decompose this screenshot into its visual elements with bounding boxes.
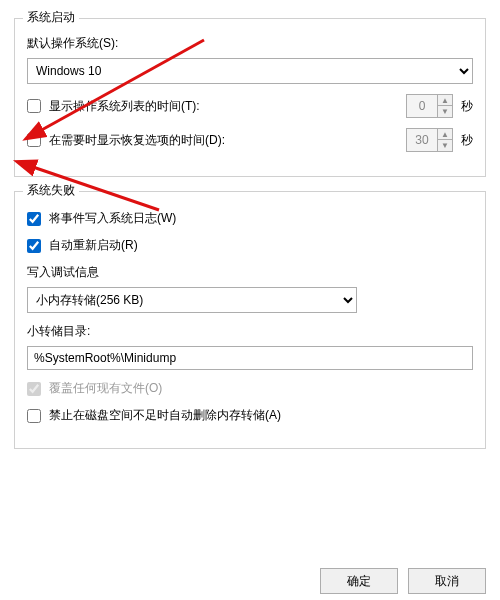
recovery-timeout-label: 在需要时显示恢复选项的时间(D): [49, 132, 225, 149]
os-list-timeout-value[interactable] [407, 95, 437, 117]
spin-up-icon[interactable]: ▲ [438, 95, 452, 106]
system-startup-group: 系统启动 默认操作系统(S): Windows 10 显示操作系统列表的时间(T… [14, 18, 486, 177]
overwrite-checkbox [27, 382, 41, 396]
debug-info-header: 写入调试信息 [27, 264, 473, 281]
dump-type-select[interactable]: 小内存转储(256 KB) [27, 287, 357, 313]
os-list-timeout-checkbox[interactable] [27, 99, 41, 113]
ok-button[interactable]: 确定 [320, 568, 398, 594]
overwrite-label: 覆盖任何现有文件(O) [49, 380, 162, 397]
dump-dir-input[interactable] [27, 346, 473, 370]
write-event-log-label: 将事件写入系统日志(W) [49, 210, 176, 227]
dialog-footer: 确定 取消 [320, 568, 486, 594]
system-startup-title: 系统启动 [23, 9, 79, 26]
spin-down-icon[interactable]: ▼ [438, 140, 452, 151]
auto-restart-label: 自动重新启动(R) [49, 237, 138, 254]
spin-down-icon[interactable]: ▼ [438, 106, 452, 117]
default-os-select[interactable]: Windows 10 [27, 58, 473, 84]
dump-dir-label: 小转储目录: [27, 323, 473, 340]
seconds-unit: 秒 [461, 98, 473, 115]
spin-up-icon[interactable]: ▲ [438, 129, 452, 140]
seconds-unit: 秒 [461, 132, 473, 149]
no-delete-dump-checkbox[interactable] [27, 409, 41, 423]
cancel-button[interactable]: 取消 [408, 568, 486, 594]
recovery-timeout-value[interactable] [407, 129, 437, 151]
os-list-timeout-label: 显示操作系统列表的时间(T): [49, 98, 200, 115]
no-delete-dump-label: 禁止在磁盘空间不足时自动删除内存转储(A) [49, 407, 281, 424]
system-failure-title: 系统失败 [23, 182, 79, 199]
default-os-label: 默认操作系统(S): [27, 35, 118, 52]
recovery-timeout-spinner[interactable]: ▲ ▼ [406, 128, 453, 152]
write-event-log-checkbox[interactable] [27, 212, 41, 226]
os-list-timeout-spinner[interactable]: ▲ ▼ [406, 94, 453, 118]
recovery-timeout-checkbox[interactable] [27, 133, 41, 147]
auto-restart-checkbox[interactable] [27, 239, 41, 253]
system-failure-group: 系统失败 将事件写入系统日志(W) 自动重新启动(R) 写入调试信息 小内存转储… [14, 191, 486, 449]
